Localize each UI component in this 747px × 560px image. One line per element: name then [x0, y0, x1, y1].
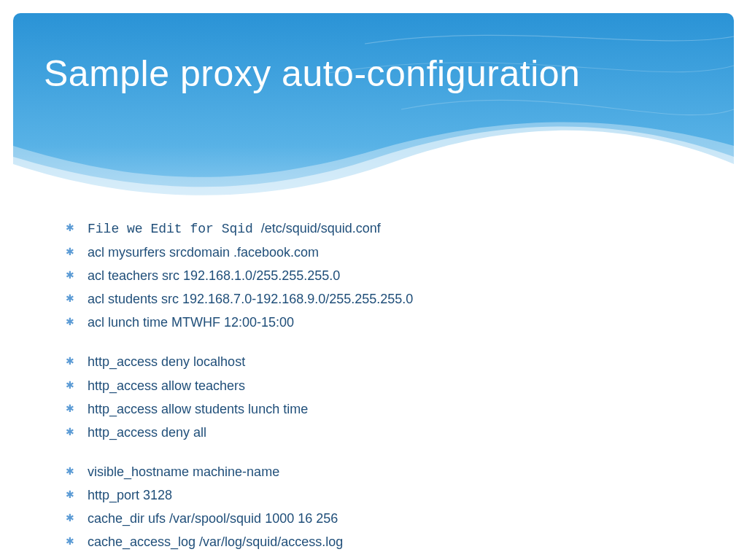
- blank-line: [66, 336, 693, 352]
- bullet-icon: ✱: [66, 314, 74, 329]
- bullet-icon: ✱: [66, 534, 74, 548]
- wave-graphic: [0, 0, 747, 204]
- config-text: http_access deny localhost: [88, 354, 245, 369]
- config-line: ✱ File we Edit for Sqid /etc/squid/squid…: [66, 219, 693, 238]
- bullet-icon: ✱: [66, 510, 74, 525]
- config-text: acl teachers src 192.168.1.0/255.255.255…: [88, 268, 340, 283]
- config-line: ✱ acl teachers src 192.168.1.0/255.255.2…: [66, 266, 693, 285]
- config-line: ✱ cache_access_log /var/log/squid/access…: [66, 532, 693, 551]
- slide-title: Sample proxy auto-configuration: [44, 52, 580, 95]
- config-text: acl students src 192.168.7.0-192.168.9.0…: [88, 292, 413, 306]
- config-line: ✱ http_access allow students lunch time: [66, 400, 693, 419]
- bullet-icon: ✱: [66, 268, 74, 282]
- config-text: acl lunch time MTWHF 12:00-15:00: [88, 315, 294, 330]
- config-text: /etc/squid/squid.conf: [261, 221, 381, 236]
- config-line: ✱ http_access allow teachers: [66, 376, 693, 395]
- config-text: cache_access_log /var/log/squid/access.l…: [88, 534, 343, 549]
- config-line: ✱ http_access deny all: [66, 423, 693, 442]
- config-line: ✱ visible_hostname machine-name: [66, 462, 693, 481]
- bullet-icon: ✱: [66, 354, 74, 368]
- bullet-icon: ✱: [66, 244, 74, 259]
- bullet-icon: ✱: [66, 487, 74, 502]
- bullet-icon: ✱: [66, 378, 74, 392]
- bullet-icon: ✱: [66, 464, 74, 478]
- config-line: ✱ acl students src 192.168.7.0-192.168.9…: [66, 289, 693, 308]
- config-text: http_access deny all: [88, 425, 206, 440]
- config-line: ✱ acl lunch time MTWHF 12:00-15:00: [66, 313, 693, 332]
- bullet-icon: ✱: [66, 401, 74, 416]
- blank-line: [66, 446, 693, 462]
- config-line: ✱ http_access deny localhost: [66, 352, 693, 371]
- config-text: cache_dir ufs /var/spool/squid 1000 16 2…: [88, 511, 338, 526]
- config-line: ✱ http_port 3128: [66, 486, 693, 505]
- config-text: http_port 3128: [88, 488, 172, 502]
- bullet-icon: ✱: [66, 424, 74, 439]
- config-text-mono: File we Edit for Sqid: [88, 222, 261, 236]
- config-text: acl mysurfers srcdomain .facebook.com: [88, 245, 319, 260]
- config-text: visible_hostname machine-name: [88, 464, 279, 479]
- config-text: http_access allow students lunch time: [88, 402, 308, 416]
- slide-body: ✱ File we Edit for Sqid /etc/squid/squid…: [66, 219, 693, 556]
- bullet-icon: ✱: [66, 291, 74, 306]
- config-line: ✱ acl mysurfers srcdomain .facebook.com: [66, 243, 693, 262]
- config-text: http_access allow teachers: [88, 378, 245, 393]
- slide-header-wave: [0, 0, 747, 204]
- config-line: ✱ cache_dir ufs /var/spool/squid 1000 16…: [66, 509, 693, 528]
- bullet-icon: ✱: [66, 220, 74, 235]
